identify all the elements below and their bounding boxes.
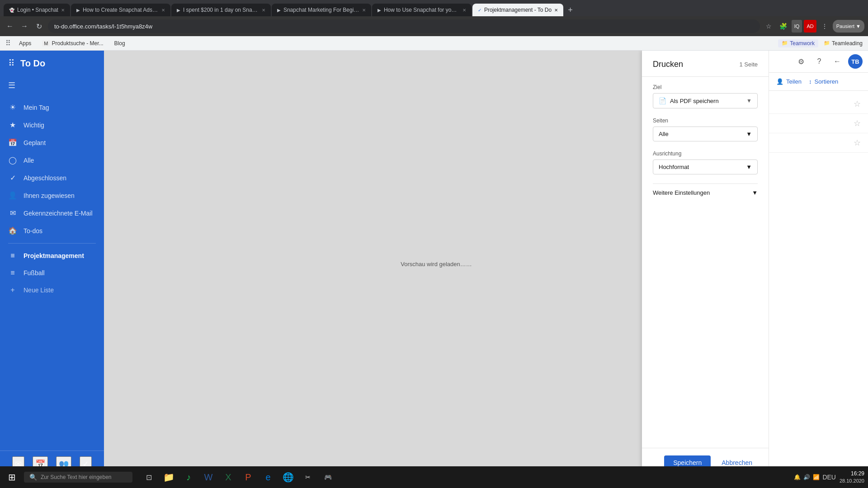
ausrichtung-value: Hochformat [659,164,689,170]
browser-tab-3[interactable]: ▶ I spent $200 in 1 day on Snapch... ✕ [171,4,271,16]
sidebar-label-neue-liste: Neue Liste [24,286,54,294]
tab-close-5[interactable]: ✕ [462,8,466,13]
settings-button[interactable]: ⚙ [794,54,808,69]
grid-icon[interactable]: ⠿ [8,58,15,69]
notification-icon[interactable]: 🔔 [794,474,801,480]
calendar-icon: 📅 [8,138,17,147]
sidebar-item-abgeschlossen[interactable]: ✓ Abgeschlossen [0,169,104,187]
user-avatar[interactable]: TB [848,54,863,69]
teilen-button[interactable]: 👤 Teilen [776,78,802,85]
browser-tab-6[interactable]: ✓ Projektmanagement - To Do ✕ [472,4,563,16]
apps-icon[interactable]: ⠿ [5,39,11,47]
sidebar-menu-button[interactable]: ☰ [0,76,104,95]
taskbar-app-excel[interactable]: X [219,468,237,486]
browser-tab-4[interactable]: ▶ Snapchat Marketing For Beginne... ✕ [272,4,371,16]
taskbar-right: 🔔 🔊 📶 DEU 16:29 28.10.2020 [794,470,864,484]
pause-button[interactable]: Pausiert ▼ [833,20,864,33]
bookmark-blog[interactable]: Blog [112,39,128,47]
print-dialog-title: Drucken [653,60,683,69]
volume-icon[interactable]: 🔊 [803,474,810,480]
list-icon-fussball: ≡ [8,269,17,277]
bookmark-button[interactable]: ☆ [763,20,775,33]
taskbar: ⊞ 🔍 Zur Suche Text hier eingeben ⊡ 📁 ♪ W… [0,466,868,488]
sidebar-item-neue-liste[interactable]: + Neue Liste [0,282,104,299]
sortieren-button[interactable]: ↕ Sortieren [809,78,838,85]
star-item-2[interactable]: ☆ [769,114,868,133]
tab-favicon-3: ▶ [177,8,180,13]
taskbar-clock[interactable]: 16:29 28.10.2020 [840,470,864,484]
person-icon: 👤 [8,191,17,200]
forward-button[interactable]: → [18,20,31,33]
iq-button[interactable]: IQ [792,20,802,33]
sidebar-label-ihnen-zugewiesen: Ihnen zugewiesen [24,192,75,199]
sun-icon: ☀ [8,103,17,112]
taskbar-app-taskview[interactable]: ⊡ [140,468,158,486]
tab-close-2[interactable]: ✕ [161,8,165,13]
tab-close-1[interactable]: ✕ [61,8,65,13]
bookmark-produktsuche[interactable]: M Produktsuche - Mer... [39,39,106,47]
taskbar-app-edge[interactable]: e [259,468,277,486]
bookmarks-bar: ⠿ Apps M Produktsuche - Mer... Blog 📁 Te… [0,36,868,51]
weitere-einstellungen-label: Weitere Einstellungen [653,189,710,196]
taskbar-app-word[interactable]: W [199,468,217,486]
feedback-button[interactable]: ← [830,54,844,69]
tab-title-2: How to Create Snapchat Ads - S... [83,7,159,13]
bookmark-teamwork[interactable]: 📁 Teamwork [778,39,818,47]
sidebar-item-mein-tag[interactable]: ☀ Mein Tag [0,99,104,116]
tab-close-4[interactable]: ✕ [362,8,366,13]
tab-close-3[interactable]: ✕ [262,8,265,13]
tab-close-6[interactable]: ✕ [554,8,558,13]
browser-tab-5[interactable]: ▶ How to Use Snapchat for your B... ✕ [372,4,472,16]
tab-favicon-2: ▶ [76,8,80,13]
print-page-count: 1 Seite [740,61,758,68]
new-tab-button[interactable]: + [564,4,576,16]
help-button[interactable]: ? [812,54,826,69]
ziel-chevron-icon: ▼ [746,98,752,104]
weitere-einstellungen-toggle[interactable]: Weitere Einstellungen ▼ [653,183,758,202]
browser-chrome: 👻 Login • Snapchat ✕ ▶ How to Create Sna… [0,0,868,36]
list-icon-projektmanagement: ≡ [8,252,17,260]
adblock-button[interactable]: AD [804,20,816,33]
taskbar-app-explorer[interactable]: 📁 [160,468,178,486]
star-icon: ★ [8,121,17,129]
more-button[interactable]: ⋮ [818,20,831,33]
sidebar-item-ihnen-zugewiesen[interactable]: 👤 Ihnen zugewiesen [0,187,104,204]
star-item-3[interactable]: ☆ [769,133,868,153]
taskbar-app-powerpoint[interactable]: P [239,468,257,486]
sidebar-item-gekennzeichnete-email[interactable]: ✉ Gekennzeichnete E-Mail [0,204,104,222]
star-icon-1: ☆ [854,99,861,109]
ausrichtung-select[interactable]: Hochformat ▼ [653,160,758,174]
taskbar-app-xbox[interactable]: 🎮 [319,468,337,486]
sidebar-item-alle[interactable]: ◯ Alle [0,151,104,169]
network-icon[interactable]: 📶 [813,474,820,480]
reload-button[interactable]: ↻ [33,20,45,33]
browser-tab-1[interactable]: 👻 Login • Snapchat ✕ [4,4,70,16]
extensions-button[interactable]: 🧩 [777,20,790,33]
print-settings: Ziel 📄 Als PDF speichern ▼ Seiten Alle ▼ [642,77,769,448]
bookmark-produktsuche-label: Produktsuche - Mer... [52,40,104,47]
taskbar-app-spotify[interactable]: ♪ [179,468,198,486]
sidebar-item-fussball[interactable]: ≡ Fußball [0,264,104,282]
seiten-select[interactable]: Alle ▼ [653,127,758,141]
taskbar-app-chrome[interactable]: 🌐 [279,468,297,486]
sidebar-item-to-dos[interactable]: 🏠 To-dos [0,222,104,239]
sidebar-item-geplant[interactable]: 📅 Geplant [0,134,104,151]
ziel-select[interactable]: 📄 Als PDF speichern ▼ [653,93,758,108]
browser-tabs: 👻 Login • Snapchat ✕ ▶ How to Create Sna… [0,0,868,16]
back-button[interactable]: ← [4,20,16,33]
right-panel-icons: ⚙ ? ← TB [769,51,868,73]
bookmark-teamleading[interactable]: 📁 Teamleading [824,40,863,47]
address-bar[interactable] [48,19,760,33]
start-button[interactable]: ⊞ [4,470,20,484]
taskbar-search-icon: 🔍 [29,474,37,481]
sidebar-item-projektmanagement[interactable]: ≡ Projektmanagement [0,247,104,264]
browser-tab-2[interactable]: ▶ How to Create Snapchat Ads - S... ✕ [71,4,170,16]
star-item-1[interactable]: ☆ [769,94,868,114]
sortieren-label: Sortieren [814,78,838,85]
sidebar-item-wichtig[interactable]: ★ Wichtig [0,116,104,134]
print-dialog-header: Drucken 1 Seite [642,51,769,77]
taskbar-app-snip[interactable]: ✂ [299,468,317,486]
print-field-seiten: Seiten Alle ▼ [653,117,758,141]
bookmark-apps[interactable]: Apps [16,39,34,47]
taskbar-search[interactable]: 🔍 Zur Suche Text hier eingeben [24,472,132,483]
